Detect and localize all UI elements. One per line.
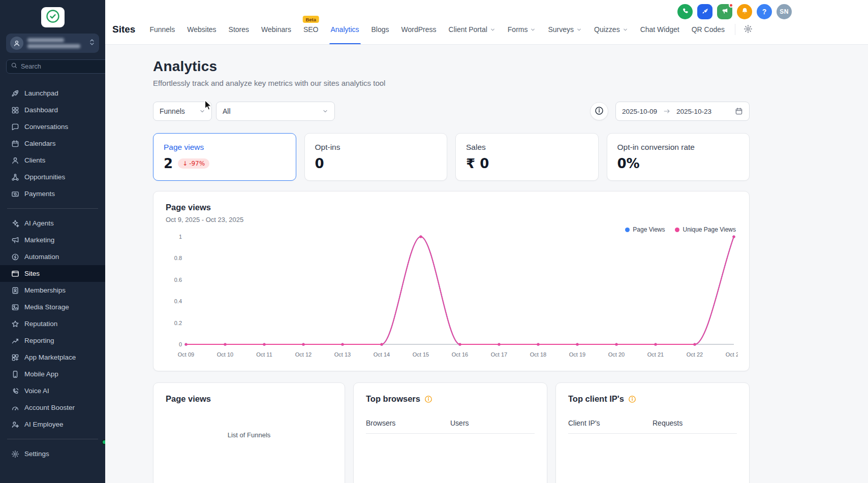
chevron-down-icon [490,27,495,33]
tab-seo[interactable]: BetaSEO [303,15,319,44]
sidebar-item-conversations[interactable]: Conversations [0,118,105,135]
svg-text:Oct 23: Oct 23 [726,351,738,358]
chart-title: Page views [166,203,737,212]
tab-webinars[interactable]: Webinars [261,15,291,44]
tab-surveys[interactable]: Surveys [548,15,582,44]
sidebar-item-label: Mobile App [24,370,58,378]
sidebar-item-calendars[interactable]: Calendars [0,135,105,152]
search-input[interactable]: ⌘ K [6,59,105,74]
funnels-select[interactable]: Funnels [153,102,212,121]
sidebar-search-row: ⌘ K [6,59,99,74]
end-date[interactable]: 2025-10-23 [676,108,711,115]
sidebar-item-memberships[interactable]: Memberships [0,282,105,299]
info-icon[interactable] [628,395,636,403]
search-field[interactable] [21,63,103,70]
account-name-redacted [27,38,85,48]
tab-quizzes[interactable]: Quizzes [594,15,628,44]
svg-text:Oct 12: Oct 12 [295,351,312,358]
sidebar-item-launchpad[interactable]: Launchpad [0,85,105,102]
tab-label: Stores [229,25,249,34]
calendar-icon [735,107,743,115]
sidebar-item-reputation[interactable]: Reputation [0,315,105,332]
payments-icon [11,190,19,198]
launch-button[interactable] [697,4,712,19]
account-avatar [10,37,23,50]
notifications-button[interactable] [737,4,752,19]
phone-icon [681,7,689,16]
chevron-down-icon [199,108,205,114]
tab-funnels[interactable]: Funnels [149,15,175,44]
stat-card-page-views[interactable]: Page views 2 ↓-97% [153,133,296,181]
stat-card-opt-ins[interactable]: Opt-ins 0 [304,133,448,181]
info-icon[interactable] [424,395,432,403]
help-button[interactable]: ? [757,4,772,19]
page-views-list-card: Page views List of Funnels [153,382,345,483]
notification-dot [729,3,733,8]
sidebar-item-voice-ai[interactable]: Voice AI [0,382,105,399]
date-range-picker[interactable]: 2025-10-09 2025-10-23 [615,102,750,121]
scope-select[interactable]: All [216,102,335,121]
sidebar-item-ai-agents[interactable]: AI Agents [0,215,105,232]
sidebar-item-opportunities[interactable]: Opportunities [0,169,105,185]
mobile-icon [11,370,19,378]
sidebar-item-settings[interactable]: Settings [0,445,105,462]
legend-dot [675,228,679,232]
question-mark-icon: ? [762,8,767,16]
sidebar-item-account-booster[interactable]: Account Booster [0,399,105,416]
tab-label: Quizzes [594,25,620,34]
arrow-right-icon [663,108,670,115]
sidebar-item-mobile-app[interactable]: Mobile App [0,366,105,382]
svg-text:Oct 21: Oct 21 [647,351,664,358]
automation-icon [11,253,19,261]
tab-label: QR Codes [692,25,725,34]
sidebar-item-automation[interactable]: Automation [0,248,105,265]
sidebar-item-app-marketplace[interactable]: App Marketplace [0,349,105,366]
phone-button[interactable] [677,4,693,19]
media-icon [11,303,19,311]
reputation-icon [11,320,19,328]
legend-page-views[interactable]: Page Views [625,226,665,233]
line-chart: 00.20.40.60.81Oct 09Oct 10Oct 11Oct 12Oc… [166,232,737,360]
reporting-icon [11,337,19,345]
sidebar-item-sites[interactable]: Sites [0,265,105,282]
tab-chat-widget[interactable]: Chat Widget [640,15,679,44]
sidebar-item-reporting[interactable]: Reporting [0,332,105,349]
stat-card-conversion-rate[interactable]: Opt-in conversion rate 0% [607,133,750,181]
user-avatar[interactable]: SN [777,4,792,19]
sidebar-item-media-storage[interactable]: Media Storage [0,299,105,315]
main-area: ? SN Sites FunnelsWebsitesStoresWebinars… [105,0,868,483]
tab-label: Client Portal [449,25,487,34]
tab-analytics[interactable]: Analytics [331,15,359,44]
bottom-cards-row: Page views List of Funnels Top browsers … [153,382,750,483]
tab-client-portal[interactable]: Client Portal [449,15,495,44]
tab-stores[interactable]: Stores [229,15,249,44]
sites-settings-button[interactable] [743,24,753,35]
sidebar-divider [7,439,98,439]
sidebar-item-ai-employee[interactable]: AI Employee [0,416,105,433]
tab-blogs[interactable]: Blogs [371,15,389,44]
sidebar-item-dashboard[interactable]: Dashboard [0,102,105,118]
sidebar-divider [7,208,98,209]
tab-websites[interactable]: Websites [187,15,216,44]
chart-date-range: Oct 9, 2025 - Oct 23, 2025 [166,216,737,223]
legend-unique-page-views[interactable]: Unique Page Views [675,226,736,233]
tab-wordpress[interactable]: WordPress [401,15,437,44]
app-logo[interactable] [41,7,65,27]
svg-text:0.6: 0.6 [174,277,182,283]
stat-value: ₹ 0 [466,156,489,171]
tab-forms[interactable]: Forms [508,15,536,44]
sidebar-item-payments[interactable]: Payments [0,185,105,202]
tab-label: Forms [508,25,528,34]
booster-icon [11,404,19,412]
date-info-button[interactable] [590,102,608,120]
launchpad-icon [11,89,19,98]
start-date[interactable]: 2025-10-09 [622,108,657,115]
account-switcher[interactable] [6,34,99,53]
stat-card-sales[interactable]: Sales ₹ 0 [455,133,599,181]
sidebar-item-label: Marketing [24,236,54,244]
sidebar-item-label: Media Storage [24,303,69,311]
sidebar-item-marketing[interactable]: Marketing [0,232,105,248]
sidebar-item-clients[interactable]: Clients [0,152,105,169]
announcements-button[interactable] [717,4,732,19]
stat-value: 2 [164,156,173,171]
